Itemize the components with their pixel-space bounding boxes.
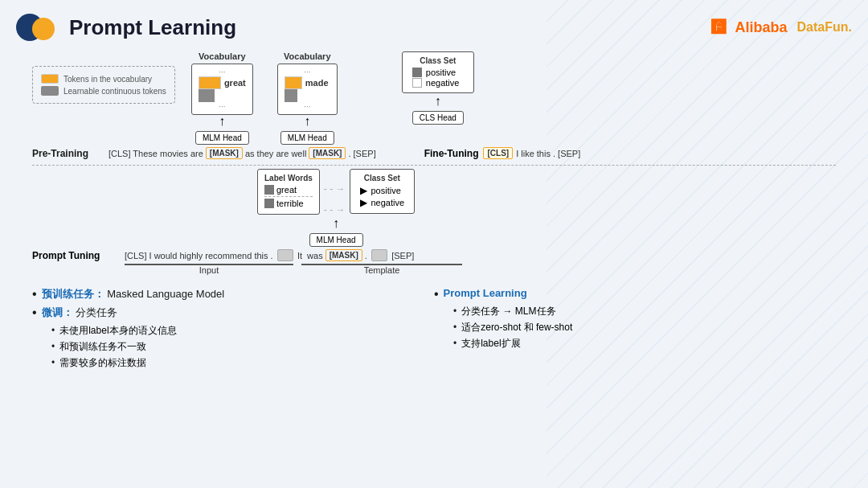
header-left: Prompt Learning (16, 10, 236, 45)
class-positive: positive (426, 68, 456, 77)
vocab2-gray-row (285, 89, 330, 102)
arrow-up-1: ↑ (219, 115, 225, 128)
bullet-dot-2: • (32, 306, 37, 319)
prompt-class-set-box: Class Set ▶ positive ▶ negative (350, 169, 416, 214)
lw-row-great: great (264, 185, 313, 195)
pt-gray1 (277, 249, 293, 261)
finetune-group: Class Set positive negative ↑ CLS Head (402, 51, 474, 125)
bottom-section: Label Words great terrible - - → (24, 169, 844, 247)
vocab1-bar-orange (199, 76, 221, 89)
bullet-left-2: • 微调： 分类任务 (32, 306, 434, 320)
pt-sep: [SEP] (391, 251, 414, 260)
legend-swatch-gray (41, 86, 59, 96)
head1-box: MLM Head (195, 131, 249, 145)
prompt-cs-title: Class Set (360, 174, 405, 182)
lw-divider (264, 196, 313, 197)
vocab1-dots-bot: ··· (219, 102, 225, 111)
logo (16, 10, 58, 45)
bullet-dot-r1: • (434, 288, 439, 301)
pretrain-vocab-group: Vocabulary ··· great ··· ↑ MLM Head (191, 51, 253, 145)
alibaba-text: Alibaba (735, 19, 788, 36)
pt-gray2 (371, 249, 387, 261)
legend-label-1: Tokens in the vocabulary (63, 75, 152, 84)
b2-highlight: 微调： (42, 306, 73, 318)
arrow-right-2: ▶ (360, 197, 367, 208)
sub-text-r2: 适合zero-shot 和 few-shot (461, 321, 572, 334)
lw-great: great (276, 185, 297, 195)
vocab2-dots-bot: ··· (304, 102, 310, 111)
bullet-col-right: • Prompt Learning • 分类任务 → MLM任务 • 适合zer… (434, 283, 836, 372)
vocab1-dots-top: ··· (219, 68, 225, 76)
sub-dot-r1: • (453, 305, 457, 318)
vocab2-label: Vocabulary (284, 51, 331, 61)
head2-box: MLM Head (280, 131, 334, 145)
pretrain-mid: as they are well (245, 149, 306, 158)
alibaba-icon: 🅰 (711, 19, 726, 36)
top-section: Tokens in the vocabulary Learnable conti… (24, 51, 844, 145)
legend-box: Tokens in the vocabulary Learnable conti… (32, 66, 175, 104)
finetune-sentence: I like this . [SEP] (516, 149, 580, 158)
class-row-positive: positive (412, 68, 464, 77)
cls-head-box: CLS Head (412, 111, 464, 125)
prompt-label: Prompt Tuning (32, 250, 125, 261)
logo-circle-orange (32, 18, 55, 40)
lw-title: Label Words (264, 174, 313, 182)
lw-sq-gray-1 (264, 185, 274, 195)
legend-label-2: Learnable continuous tokens (63, 87, 166, 96)
legend-item-1: Tokens in the vocabulary (41, 74, 166, 84)
sub-bullet-r2: • 适合zero-shot 和 few-shot (453, 321, 836, 334)
pretrain-vocab2-group: Vocabulary ··· made ··· ↑ MLM Head (277, 51, 338, 145)
vocab2-dots-top: ··· (304, 68, 310, 76)
mlm-head-box: MLM Head (309, 233, 363, 247)
sub-bullet-2: • 和预训练任务不一致 (51, 340, 434, 354)
pt-dot: . (365, 251, 367, 260)
sub-dot-r2: • (453, 321, 457, 334)
vocab2-word: made (305, 78, 329, 88)
b1-highlight: 预训练任务： (42, 288, 104, 300)
vocab1-box: ··· great ··· (191, 64, 253, 115)
template-label: Template (364, 265, 400, 275)
pretrain-mask1: [MASK] (206, 147, 243, 159)
class-row-negative: negative (412, 78, 464, 88)
lw-row-terrible: terrible (264, 199, 313, 208)
sub-text-r3: 支持label扩展 (461, 337, 520, 351)
dashed-arrow-1: - - → (324, 183, 346, 195)
pt-mask: [MASK] (326, 249, 362, 261)
class-set-box: Class Set positive negative (402, 51, 474, 93)
sub-dot-r3: • (453, 337, 457, 351)
arrow-right-1: ▶ (360, 185, 367, 196)
arrow-up-2: ↑ (304, 115, 310, 128)
template-section: Template (301, 264, 462, 275)
prompt-diagram: Label Words great terrible - - → (257, 169, 415, 247)
b2-text: 分类任务 (73, 306, 118, 318)
brand-logos: 🅰 Alibaba DataFun. (711, 19, 852, 36)
arrow-up-3: ↑ (435, 95, 441, 108)
bullet-left-1-text: 预训练任务： Masked Language Model (42, 287, 225, 301)
page-title: Prompt Learning (69, 15, 236, 40)
diagram-area: Tokens in the vocabulary Learnable conti… (0, 51, 868, 275)
vocab1-bar-gray (199, 89, 215, 102)
sub-dot-3: • (51, 356, 55, 370)
arrow-up-4: ↑ (333, 217, 339, 230)
sub-text-r1: 分类任务 → MLM任务 (461, 305, 555, 318)
sub-text-3: 需要较多的标注数据 (59, 356, 146, 370)
pt-it: It (297, 251, 302, 260)
bullet-left-1: • 预训练任务： Masked Language Model (32, 287, 434, 301)
vocab1-word: great (224, 78, 246, 88)
datafun-text: DataFun. (797, 20, 852, 35)
pretrain-label: Pre-Training (32, 148, 108, 159)
prompt-cs-positive: ▶ positive (360, 185, 405, 196)
sub-dot-1: • (51, 324, 55, 338)
label-words-box: Label Words great terrible (257, 169, 320, 215)
vocab1-bar-row: great (199, 76, 246, 89)
pretrain-end: . [SEP] (348, 149, 375, 158)
class-set-title: Class Set (412, 56, 464, 65)
section-divider (32, 165, 836, 166)
input-label: Input (199, 265, 219, 275)
pt-was: was (307, 251, 323, 260)
pretrain-sentence-row: Pre-Training [CLS] These movies are [MAS… (24, 145, 844, 162)
finetune-label: Fine-Tuning (424, 148, 479, 159)
pretrain-cls: [CLS] These movies are (108, 149, 203, 158)
dashed-arrow-2: - - → (324, 204, 346, 215)
sub-bullet-r3: • 支持label扩展 (453, 337, 836, 351)
